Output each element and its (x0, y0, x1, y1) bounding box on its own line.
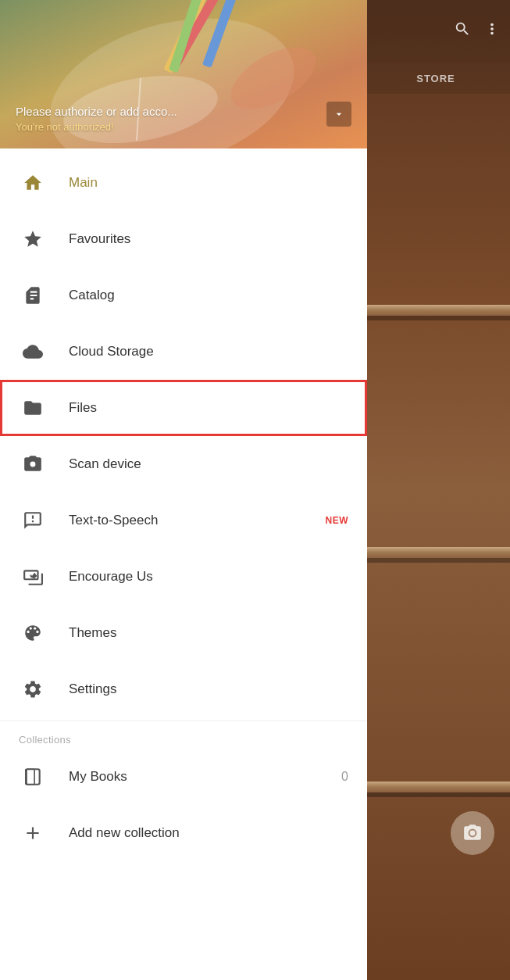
dropdown-arrow-button[interactable] (326, 102, 351, 127)
book-icon (19, 763, 47, 791)
banner-subtitle: You're not authorized! (16, 121, 328, 133)
collections-header: Collections (0, 724, 367, 749)
folder-icon (19, 394, 47, 422)
svg-rect-12 (26, 769, 34, 785)
add-collection-label: Add new collection (69, 825, 348, 841)
scan-device-label: Scan device (69, 456, 348, 472)
shelf-shadow-2 (362, 558, 510, 563)
plus-icon (19, 819, 47, 847)
shelf-shadow-1 (362, 316, 510, 320)
sidebar-item-encourage-us[interactable]: Encourage Us (0, 549, 367, 605)
sidebar-item-text-to-speech[interactable]: Text-to-Speech NEW (0, 492, 367, 549)
header-bar (362, 0, 510, 63)
navigation-drawer: Please authorize or add acco... You're n… (0, 0, 367, 980)
menu-list: Main Favourites Catalog (0, 148, 367, 980)
files-label: Files (69, 400, 348, 416)
camera-button[interactable] (451, 811, 494, 855)
encourage-us-label: Encourage Us (69, 569, 348, 585)
shelf-plank-2 (362, 547, 510, 558)
catalog-icon (19, 281, 47, 309)
tts-icon (19, 506, 47, 535)
sidebar-item-settings[interactable]: Settings (0, 661, 367, 717)
tts-label: Text-to-Speech (69, 513, 326, 528)
settings-icon (19, 675, 47, 703)
encourage-icon (19, 563, 47, 591)
star-icon (19, 225, 47, 253)
cloud-storage-label: Cloud Storage (69, 344, 348, 359)
catalog-label: Catalog (69, 288, 348, 303)
banner-title: Please authorize or add acco... (16, 105, 328, 118)
themes-label: Themes (69, 625, 348, 641)
home-icon (19, 169, 47, 197)
sidebar-item-my-books[interactable]: My Books 0 (0, 749, 367, 805)
my-books-count: 0 (341, 770, 348, 784)
main-label: Main (69, 175, 348, 191)
my-books-label: My Books (69, 769, 341, 785)
scan-icon (19, 450, 47, 478)
more-options-icon[interactable] (483, 20, 501, 42)
sidebar-item-scan-device[interactable]: Scan device (0, 436, 367, 492)
cloud-icon (19, 338, 47, 366)
sidebar-item-cloud-storage[interactable]: Cloud Storage (0, 324, 367, 380)
store-label: STORE (362, 63, 510, 94)
svg-rect-11 (26, 769, 39, 785)
drawer-banner[interactable]: Please authorize or add acco... You're n… (0, 0, 367, 148)
shelf-shadow-3 (362, 792, 510, 797)
sidebar-item-catalog[interactable]: Catalog (0, 267, 367, 324)
banner-text-area: Please authorize or add acco... You're n… (16, 105, 328, 133)
sidebar-item-main[interactable]: Main (0, 155, 367, 211)
shelf-plank-1 (362, 305, 510, 316)
shelf-plank-3 (362, 781, 510, 792)
sidebar-item-themes[interactable]: Themes (0, 605, 367, 661)
favourites-label: Favourites (69, 231, 348, 247)
themes-icon (19, 619, 47, 647)
menu-divider (0, 721, 367, 721)
settings-label: Settings (69, 681, 348, 697)
sidebar-item-favourites[interactable]: Favourites (0, 211, 367, 267)
new-badge: NEW (326, 515, 349, 526)
sidebar-item-files[interactable]: Files (0, 380, 367, 436)
sidebar-item-add-collection[interactable]: Add new collection (0, 805, 367, 861)
search-icon[interactable] (454, 20, 471, 42)
